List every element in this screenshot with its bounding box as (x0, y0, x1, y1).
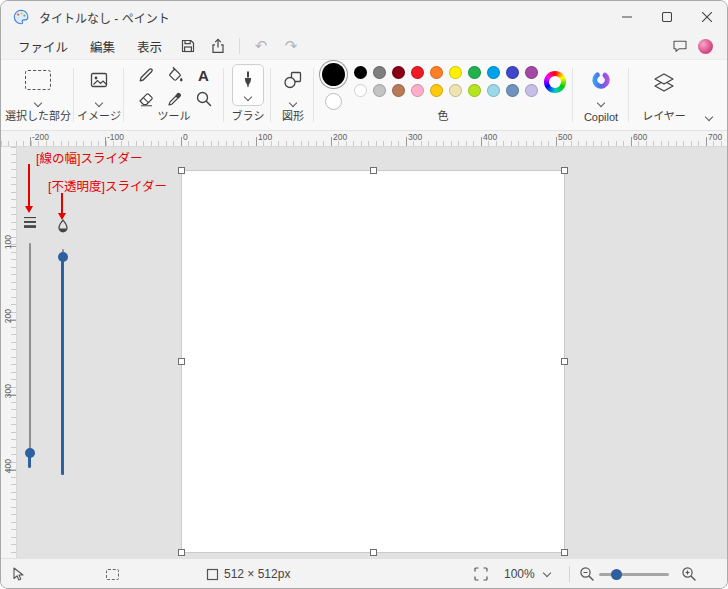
opacity-annotation: [不透明度]スライダー (48, 176, 167, 195)
account-badge-icon[interactable] (698, 39, 713, 54)
line-width-annotation-arrow (28, 164, 30, 206)
ribbon-group-colors: 色 (316, 60, 570, 130)
line-width-slider[interactable] (21, 213, 38, 473)
palette-swatch[interactable] (468, 84, 481, 97)
magnifier-icon (195, 90, 213, 108)
undo-button[interactable]: ↶ (246, 35, 276, 57)
palette-swatch[interactable] (468, 66, 481, 79)
palette-swatch[interactable] (411, 84, 424, 97)
menu-view[interactable]: 表示 (126, 34, 173, 59)
line-width-annotation: [線の幅]スライダー (36, 148, 142, 167)
edit-colors-button[interactable] (544, 71, 566, 93)
selection-tool-button[interactable] (25, 67, 51, 93)
palette-swatch[interactable] (487, 84, 500, 97)
slider-thumb[interactable] (58, 252, 68, 262)
palette-swatch[interactable] (430, 66, 443, 79)
palette-swatch[interactable] (392, 84, 405, 97)
palette-swatch[interactable] (354, 84, 367, 97)
minimize-button[interactable] (607, 1, 647, 33)
zoom-slider-thumb[interactable] (611, 569, 622, 580)
palette-swatch[interactable] (430, 84, 443, 97)
slider-track[interactable] (29, 243, 31, 467)
palette-swatch[interactable] (449, 84, 462, 97)
canvas[interactable] (182, 171, 564, 552)
fit-to-screen-icon[interactable] (473, 566, 489, 582)
palette-swatch[interactable] (392, 66, 405, 79)
opacity-slider[interactable] (54, 217, 71, 483)
ruler-label: -200 (32, 132, 49, 142)
resize-handle[interactable] (178, 549, 185, 556)
save-button[interactable] (173, 35, 203, 57)
slider-thumb[interactable] (25, 448, 35, 458)
zoom-out-icon[interactable] (579, 566, 595, 582)
maximize-button[interactable] (647, 1, 687, 33)
resize-handle[interactable] (178, 358, 185, 365)
shapes-button[interactable] (283, 67, 303, 93)
palette-swatch[interactable] (354, 66, 367, 79)
zoom-slider[interactable] (599, 573, 669, 576)
ruler-label: 300 (3, 384, 13, 398)
palette-swatch[interactable] (373, 84, 386, 97)
zoom-dropdown[interactable]: 100% (495, 563, 559, 585)
titlebar: タイトルなし - ペイント (1, 1, 727, 33)
brush-icon (239, 70, 257, 90)
text-tool-icon: A (198, 67, 209, 84)
save-icon (180, 38, 196, 54)
layers-button[interactable] (652, 67, 676, 99)
selection-rect-icon (25, 70, 51, 90)
palette-swatch[interactable] (411, 66, 424, 79)
zoom-in-icon[interactable] (681, 566, 697, 582)
redo-button[interactable]: ↷ (276, 35, 306, 57)
ruler-ticks (11, 147, 16, 560)
palette-swatch[interactable] (525, 84, 538, 97)
fill-tool-button[interactable] (161, 64, 188, 86)
fill-bucket-icon (166, 66, 184, 84)
ruler-label: -100 (107, 132, 124, 142)
statusbar-divider (569, 566, 570, 582)
menu-edit[interactable]: 編集 (79, 34, 126, 59)
maximize-icon (662, 12, 672, 22)
eyedropper-icon (166, 90, 184, 108)
ruler-label: 600 (633, 132, 647, 142)
palette-swatch[interactable] (487, 66, 500, 79)
pencil-tool-button[interactable] (132, 64, 159, 86)
palette-swatch[interactable] (373, 66, 386, 79)
statusbar: 512 × 512px 100% (1, 558, 727, 588)
palette-swatch[interactable] (449, 66, 462, 79)
menubar-divider (239, 38, 240, 54)
selection-size-icon (106, 569, 119, 580)
resize-handle[interactable] (370, 167, 377, 174)
color1-swatch[interactable] (322, 63, 345, 86)
menubar: ファイル 編集 表示 ↶ ↷ (1, 33, 727, 59)
image-button[interactable] (89, 67, 109, 93)
cursor-position-icon (12, 567, 25, 581)
resize-handle[interactable] (370, 549, 377, 556)
ruler-label: 400 (483, 132, 497, 142)
layers-icon (652, 71, 676, 95)
chevron-down-icon (597, 99, 605, 107)
resize-handle[interactable] (178, 167, 185, 174)
chevron-down-icon (289, 99, 297, 107)
close-button[interactable] (687, 1, 727, 33)
palette-swatch[interactable] (525, 66, 538, 79)
text-tool-button[interactable]: A (190, 64, 217, 86)
copilot-dropdown[interactable] (598, 98, 604, 108)
eraser-icon (137, 90, 155, 108)
window-title: タイトルなし - ペイント (39, 9, 170, 26)
ribbon-collapse-button[interactable] (699, 108, 719, 124)
palette-swatch[interactable] (506, 84, 519, 97)
palette-swatch[interactable] (506, 66, 519, 79)
share-button[interactable] (203, 35, 233, 57)
resize-handle[interactable] (561, 549, 568, 556)
ruler-label: 200 (333, 132, 347, 142)
brushes-button[interactable] (232, 64, 264, 106)
canvas-size-icon (206, 568, 219, 581)
chevron-down-icon (34, 99, 42, 107)
workspace: 100 200 300 400 (1, 147, 727, 560)
copilot-button[interactable] (591, 67, 611, 93)
resize-handle[interactable] (561, 358, 568, 365)
undo-icon: ↶ (255, 37, 268, 55)
resize-handle[interactable] (561, 167, 568, 174)
feedback-icon[interactable] (672, 38, 688, 54)
menu-file[interactable]: ファイル (7, 34, 79, 59)
